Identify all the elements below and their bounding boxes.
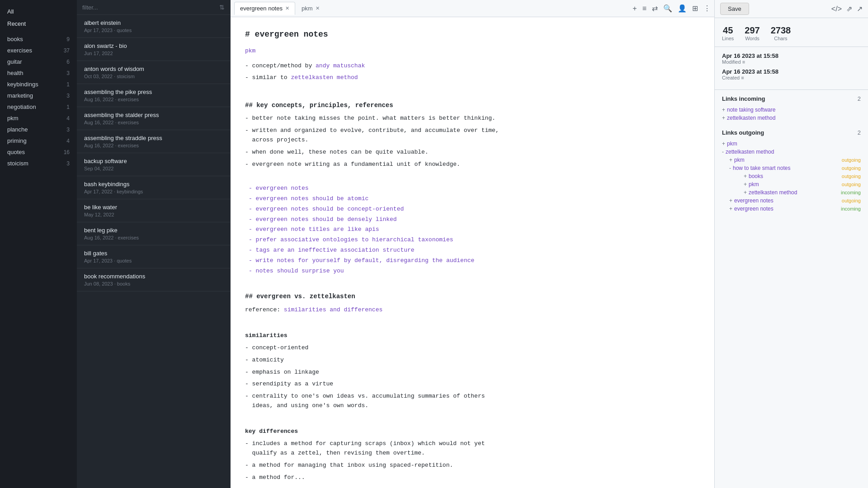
link-row-pkm-nested2: +pkm outgoing — [744, 180, 861, 188]
links-section: Links incoming 2 +note taking software +… — [715, 90, 868, 218]
note-list-items: albert einsteinApr 17, 2023 · quotesalon… — [77, 15, 230, 488]
note-item[interactable]: backup softwareSep 04, 2022 — [77, 153, 230, 176]
editor-panel: evergreen notes✕pkm✕ + ≡ ⇄ 🔍 👤 ⊞ ⋮ # eve… — [231, 0, 714, 488]
new-tab-icon[interactable]: + — [632, 5, 637, 13]
note-item[interactable]: book recommendationsJun 08, 2023 · books — [77, 268, 230, 291]
link-row-evergreen-outgoing: +evergreen notes outgoing — [729, 197, 861, 205]
link-write-notes[interactable]: write notes for yourself by default, dis… — [256, 257, 475, 264]
save-button[interactable]: Save — [720, 3, 749, 15]
editor-tag-pkm[interactable]: pkm — [245, 47, 255, 54]
list-item: evergreen notes should be atomic — [245, 194, 700, 204]
link-evergreen-notes[interactable]: evergreen notes — [256, 185, 309, 192]
sidebar-item-exercises[interactable]: exercises37 — [0, 45, 77, 56]
close-tab-icon[interactable]: ✕ — [316, 5, 320, 11]
note-item[interactable]: anton words of wisdomOct 03, 2022 · stoi… — [77, 61, 230, 84]
note-item[interactable]: bent leg pikeAug 16, 2022 · exercises — [77, 222, 230, 245]
link-similarities[interactable]: similarities and differences — [284, 306, 382, 313]
note-item[interactable]: albert einsteinApr 17, 2023 · quotes — [77, 15, 230, 38]
badge-incoming: incoming — [841, 190, 861, 195]
search-icon[interactable]: 🔍 — [663, 4, 672, 13]
sidebar-items-list: books9exercises37guitar6health3keybindin… — [0, 33, 77, 169]
link-densely-linked[interactable]: evergreen notes should be densely linked — [256, 216, 397, 223]
link-associative[interactable]: prefer associative ontologies to hierarc… — [256, 236, 453, 243]
link-zettelkasten[interactable]: zettelkasten method — [291, 74, 358, 81]
refresh-icon[interactable]: ⇄ — [652, 4, 658, 13]
link-concept-oriented[interactable]: evergreen notes should be concept-orient… — [256, 206, 404, 212]
links-outgoing-count: 2 — [858, 129, 861, 136]
editor-content[interactable]: # evergreen notes pkm - concept/method b… — [231, 17, 714, 488]
share-icon[interactable]: ⇗ — [846, 5, 852, 13]
link-surprise[interactable]: notes should surprise you — [256, 267, 344, 274]
sidebar-item-priming[interactable]: priming4 — [0, 135, 77, 146]
close-tab-icon[interactable]: ✕ — [285, 5, 289, 11]
tab-evergreen-notes[interactable]: evergreen notes✕ — [234, 2, 295, 15]
sidebar-item-all[interactable]: All — [0, 5, 77, 18]
link-pkm-top[interactable]: pkm — [727, 141, 737, 147]
link-atomic[interactable]: evergreen notes should be atomic — [256, 195, 369, 202]
plus-icon: + — [744, 181, 747, 188]
link-evergreen-outgoing[interactable]: evergreen notes — [734, 197, 774, 204]
note-item[interactable]: bill gatesApr 17, 2023 · quotes — [77, 245, 230, 268]
link-titles-apis[interactable]: evergreen note titles are like apis — [256, 226, 379, 233]
sidebar-item-recent[interactable]: Recent — [0, 18, 77, 30]
sidebar-item-negotiation[interactable]: negotiation1 — [0, 101, 77, 113]
sidebar-item-health[interactable]: health3 — [0, 67, 77, 79]
sidebar-item-keybindings[interactable]: keybindings1 — [0, 79, 77, 90]
link-andy-matuschak[interactable]: andy matuschak — [316, 62, 365, 69]
link-how-to-smart-notes[interactable]: how to take smart notes — [733, 165, 790, 171]
stat-lines: 45 Lines — [722, 25, 734, 41]
menu-icon[interactable]: ≡ — [642, 5, 646, 13]
link-evergreen-incoming[interactable]: evergreen notes — [734, 206, 774, 212]
note-list-header: ⇅ — [77, 0, 230, 15]
more-icon[interactable]: ⋮ — [703, 4, 711, 13]
link-row-pkm-top: +pkm — [722, 140, 861, 148]
note-item[interactable]: assembling the stalder pressAug 16, 2022… — [77, 107, 230, 130]
note-item[interactable]: alon swartz - bioJun 17, 2022 — [77, 38, 230, 61]
sidebar-item-quotes[interactable]: quotes16 — [0, 146, 77, 158]
sidebar-item-pkm[interactable]: pkm4 — [0, 113, 77, 124]
links-incoming-count: 2 — [858, 95, 861, 102]
columns-icon[interactable]: ⊞ — [692, 4, 698, 13]
meta-section: Apr 16 2023 at 15:58 Modified ≡ Apr 16 2… — [715, 47, 868, 90]
user-icon[interactable]: 👤 — [678, 4, 687, 13]
nested-links-1: +pkm outgoing -how to take smart notes o… — [722, 156, 861, 213]
list-item: evergreen notes should be concept-orient… — [245, 205, 700, 214]
link-row-books: +books outgoing — [744, 172, 861, 180]
links-outgoing-header: Links outgoing 2 — [722, 129, 861, 136]
sidebar-item-guitar[interactable]: guitar6 — [0, 56, 77, 67]
link-pkm-nested2[interactable]: pkm — [749, 181, 759, 188]
sidebar-item-books[interactable]: books9 — [0, 33, 77, 45]
filter-input[interactable] — [82, 4, 216, 11]
list-item: prefer associative ontologies to hierarc… — [245, 235, 700, 245]
note-item[interactable]: assembling the pike pressAug 16, 2022 · … — [77, 84, 230, 107]
sidebar-item-planche[interactable]: planche3 — [0, 124, 77, 135]
sidebar-item-marketing[interactable]: marketing3 — [0, 90, 77, 101]
section1-header: ## key concepts, principles, references — [245, 100, 700, 110]
list-item: evergreen note titles are like apis — [245, 225, 700, 235]
links-incoming-title: Links incoming — [722, 95, 765, 102]
note-item[interactable]: assembling the straddle pressAug 16, 202… — [77, 130, 230, 153]
words-value: 297 — [745, 25, 760, 36]
note-item[interactable]: bash keybindingsApr 17, 2022 · keybindin… — [77, 176, 230, 199]
tab-pkm[interactable]: pkm✕ — [296, 2, 325, 15]
link-zettelkasten-nested[interactable]: zettelkasten method — [749, 189, 797, 196]
note-list-panel: ⇅ albert einsteinApr 17, 2023 · quotesal… — [77, 0, 231, 488]
similarities-header: similarities — [245, 331, 700, 341]
note-item[interactable]: be like waterMay 12, 2022 — [77, 199, 230, 222]
link-note-taking-software[interactable]: note taking software — [727, 107, 775, 113]
badge-outgoing: outgoing — [842, 165, 861, 171]
stat-chars: 2738 Chars — [771, 25, 791, 41]
list-item: evergreen notes — [245, 184, 700, 193]
link-zettelkasten-outgoing[interactable]: zettelkasten method — [726, 149, 774, 155]
filter-icon[interactable]: ⇅ — [219, 4, 225, 11]
list-item: evergreen notes should be densely linked — [245, 215, 700, 225]
link-list: evergreen notes evergreen notes should b… — [245, 184, 700, 276]
link-pkm-nested1[interactable]: pkm — [734, 157, 745, 163]
link-zettelkasten-incoming[interactable]: zettelkasten method — [727, 115, 775, 121]
external-link-icon[interactable]: ↗ — [857, 5, 863, 13]
link-tags[interactable]: tags are an ineffective association stru… — [256, 247, 415, 253]
link-books[interactable]: books — [749, 173, 763, 179]
code-icon[interactable]: </> — [831, 5, 842, 13]
plus-icon: + — [729, 157, 732, 163]
sidebar-item-stoicism[interactable]: stoicism3 — [0, 158, 77, 169]
